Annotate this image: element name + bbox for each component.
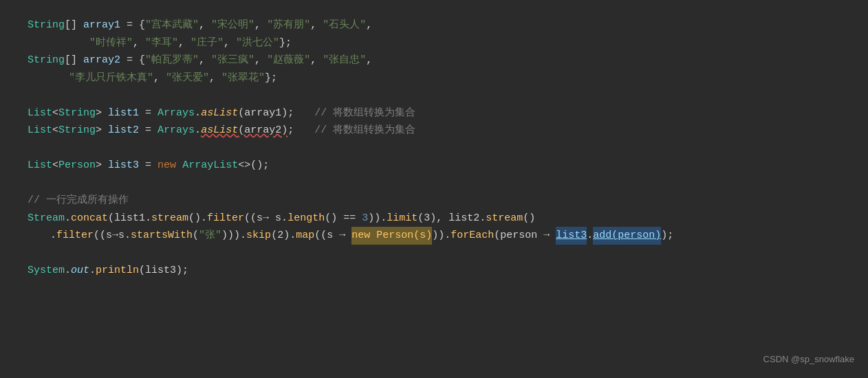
new-person-highlight: new Person(s) [351, 227, 432, 245]
code-line-1: String[] array1 = {"宫本武藏", "宋公明", "苏有朋",… [28, 16, 840, 34]
watermark: CSDN @sp_snowflake [763, 352, 854, 367]
code-line-5: List<String> list1 = Arrays.asList(array… [28, 104, 840, 122]
type-string: String [28, 16, 65, 34]
code-line-10: .filter((s→s.startsWith("张"))).skip(2).m… [28, 227, 840, 245]
code-line-4: "李儿只斤铁木真", "张天爱", "张翠花"}; [28, 69, 840, 87]
empty-line-2 [28, 140, 840, 157]
code-line-3: String[] array2 = {"帕瓦罗蒂", "张三疯", "赵薇薇",… [28, 52, 840, 69]
code-line-2: "时传祥", "李耳", "庄子", "洪七公"}; [48, 34, 840, 52]
empty-line-1 [28, 87, 840, 104]
code-line-11: System.out.println(list3); [28, 262, 840, 280]
list3-add-highlight: list3 [556, 227, 587, 245]
code-line-7: List<Person> list3 = new ArrayList<>(); [28, 157, 840, 175]
code-line-6: List<String> list2 = Arrays.asList(array… [28, 122, 840, 140]
code-container: String[] array1 = {"宫本武藏", "宋公明", "苏有朋",… [0, 0, 868, 378]
code-line-9: Stream.concat(list1.stream().filter((s→ … [28, 210, 840, 227]
code-line-8: // 一行完成所有操作 [28, 192, 840, 210]
empty-line-3 [28, 175, 840, 192]
empty-line-4 [28, 245, 840, 263]
